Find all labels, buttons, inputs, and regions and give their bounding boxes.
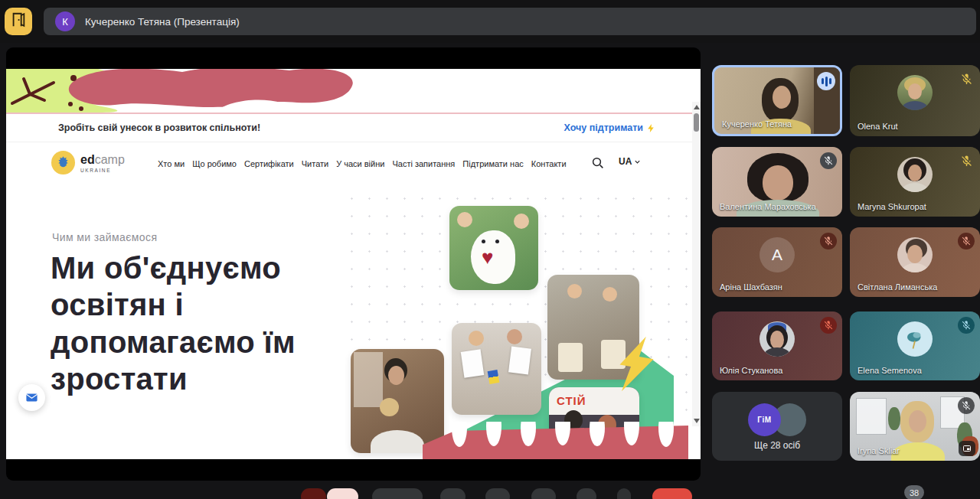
scrollbar-thumb[interactable] (694, 113, 699, 132)
tab-title: Кучеренко Тетяна (Презентація) (85, 16, 240, 28)
participant-tile[interactable]: Iryna Skliar (850, 392, 980, 461)
participant-tile[interactable]: Olena Krut (850, 65, 980, 136)
participant-name: Maryna Shkuropat (858, 202, 926, 211)
more-options-button[interactable] (577, 488, 596, 499)
site-navbar: edcamp UKRAINE Хто ми Що робимо Сертифік… (6, 143, 701, 184)
door-icon (10, 11, 27, 31)
more-participants-label: Ще 28 осіб (712, 440, 842, 451)
participant-name: Аріна Шахбазян (720, 282, 782, 292)
reactions-button[interactable] (440, 488, 466, 499)
avatar (897, 237, 933, 272)
nav-item[interactable]: Хто ми (158, 159, 185, 168)
screen-share-tile[interactable]: Зробіть свій унесок в розвиток спільноти… (6, 47, 701, 481)
participant-tile[interactable]: Юлія Стуканова (712, 311, 842, 380)
window-titlebar: К Кучеренко Тетяна (Презентація) (0, 0, 980, 43)
hero-caption: Чим ми займаємося (52, 231, 157, 243)
pip-icon (962, 444, 972, 453)
more-participants-tile[interactable]: ГіМ Ще 28 осіб (712, 392, 842, 461)
language-selector[interactable]: UA (619, 156, 642, 167)
toolbar-button[interactable] (617, 488, 631, 499)
site-hero-section: Чим ми займаємося Ми об'єднуємо освітян … (6, 184, 701, 459)
present-button[interactable] (485, 488, 510, 499)
meet-call-window: { "colors": { "topbar_tab_bg": "#37393c"… (0, 0, 980, 499)
photo-mascot: ♥ (449, 206, 538, 290)
scroll-down-arrow[interactable] (694, 419, 700, 423)
red-wave-shape (423, 422, 688, 459)
sign-text: СТІЙ (557, 394, 586, 407)
participant-tile[interactable]: Elena Semenova (850, 311, 980, 380)
nav-item[interactable]: Що робимо (192, 159, 237, 168)
heart-icon: ♥ (482, 247, 493, 267)
call-tab[interactable]: К Кучеренко Тетяна (Презентація) (44, 8, 976, 35)
site-menu: Хто ми Що робимо Сертифікати Читати У ча… (158, 143, 567, 184)
avatar (897, 321, 933, 357)
avatar (897, 75, 933, 110)
mic-off-icon (958, 397, 975, 414)
mail-icon (25, 391, 38, 404)
lightning-icon (646, 123, 656, 133)
participant-name: Валентина Мараховська (720, 202, 816, 211)
participant-name: Elena Semenova (858, 366, 922, 375)
participant-tile[interactable]: Світлана Лиманська (850, 227, 980, 297)
end-call-button[interactable] (652, 488, 692, 499)
avatar (760, 321, 795, 357)
page-scrollbar[interactable] (692, 102, 701, 426)
nav-item[interactable]: Підтримати нас (462, 159, 523, 168)
mic-off-icon (958, 70, 975, 87)
participant-tile[interactable]: А Аріна Шахбазян (712, 227, 842, 297)
app-launcher-button[interactable] (5, 8, 32, 35)
captions-button[interactable] (372, 488, 423, 499)
pip-button[interactable] (959, 441, 975, 456)
scroll-up-arrow[interactable] (694, 105, 700, 109)
participant-name: Iryna Skliar (858, 446, 900, 455)
mic-off-icon (820, 317, 837, 334)
avatar (897, 157, 933, 192)
nav-item[interactable]: Часті запитання (392, 159, 455, 168)
participant-name: Olena Krut (858, 122, 898, 131)
participant-count-badge: 38 (904, 485, 924, 499)
search-icon[interactable] (591, 156, 605, 170)
nav-item[interactable]: Контакти (531, 159, 567, 168)
audio-level-icon (817, 72, 835, 90)
shared-website: Зробіть свій унесок в розвиток спільноти… (6, 69, 701, 459)
hedgehog-logo-icon (51, 151, 75, 174)
donation-banner: Зробіть свій унесок в розвиток спільноти… (6, 114, 701, 142)
nav-item[interactable]: У часи війни (336, 159, 384, 168)
donate-link[interactable]: Хочу підтримати (564, 122, 656, 133)
hero-heading: Ми об'єднуємо освітян і допомагаємо їм з… (51, 250, 343, 398)
flower-icon (903, 328, 926, 351)
raise-hand-button[interactable] (531, 488, 556, 499)
mic-off-icon (958, 152, 975, 169)
mic-button[interactable] (301, 488, 326, 499)
participant-name: Світлана Лиманська (858, 282, 937, 292)
chevron-down-icon (633, 158, 642, 166)
edcamp-logo[interactable]: edcamp UKRAINE (51, 151, 125, 174)
participant-tile[interactable]: Валентина Мараховська (712, 147, 842, 217)
contact-mail-button[interactable] (18, 384, 45, 411)
site-decorative-strip (6, 69, 701, 114)
mic-off-icon (820, 152, 837, 169)
mic-off-icon (820, 233, 837, 250)
participant-name: Кучеренко Тетяна (722, 119, 792, 129)
photo-certificates (452, 323, 541, 415)
donation-message: Зробіть свій унесок в розвиток спільноти… (58, 122, 260, 133)
nav-item[interactable]: Сертифікати (244, 159, 294, 168)
mic-off-icon (958, 317, 975, 334)
avatar-initial: А (760, 237, 795, 272)
participant-tile-speaking[interactable]: Кучеренко Тетяна (712, 65, 842, 136)
participant-tile[interactable]: Maryna Shkuropat (850, 147, 980, 217)
nav-item[interactable]: Читати (302, 159, 328, 168)
tab-avatar: К (55, 11, 75, 31)
camera-button[interactable] (327, 488, 358, 499)
mic-off-icon (958, 233, 975, 250)
participant-name: Юлія Стуканова (720, 366, 782, 375)
stacked-avatar-logo: ГіМ (748, 403, 781, 436)
